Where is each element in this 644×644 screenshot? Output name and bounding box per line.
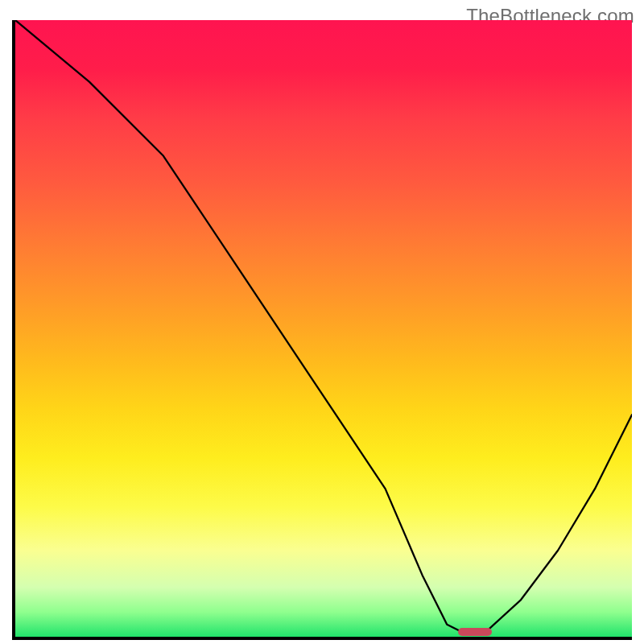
optimal-marker — [458, 628, 492, 637]
bottleneck-curve — [15, 20, 632, 637]
curve-path — [15, 20, 632, 634]
plot-area — [12, 20, 632, 640]
chart-container: TheBottleneck.com — [0, 0, 644, 644]
